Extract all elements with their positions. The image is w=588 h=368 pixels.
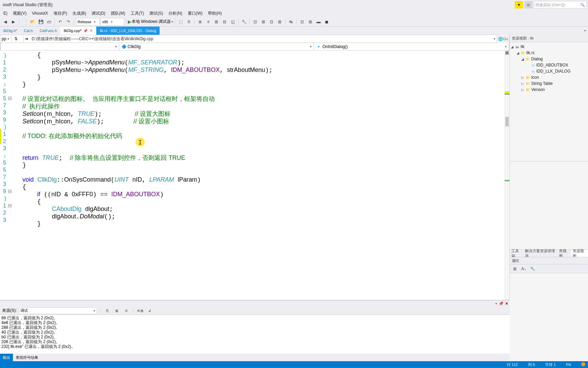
tab-catfunc-h[interactable]: CatFunc.h [36, 27, 61, 35]
status-ins: Ins [566, 362, 571, 367]
prop-az-button[interactable]: A↓ [520, 265, 527, 273]
resource-tree[interactable]: ◢🗂llk ◢📁llk.rc ◢📁Dialog ▭IDD_ABOUTBOX ▭I… [510, 42, 588, 162]
tb-icon-11[interactable]: ⊡ [268, 18, 275, 26]
tb-icon-17[interactable]: ◼ [323, 18, 330, 26]
output-source-label: 来源(S): [2, 308, 17, 313]
config-dropdown[interactable]: Release▾ [76, 18, 100, 26]
menu-team[interactable]: 团队(M) [108, 10, 128, 17]
new-file-button[interactable]: 📄 [21, 18, 28, 26]
cursor-highlight: I [135, 137, 146, 148]
menu-test[interactable]: 测试(S) [147, 10, 166, 17]
nav-class-dropdown[interactable]: 🔷 CllkDlg▾ [119, 43, 314, 50]
save-button[interactable]: 💾 [37, 18, 45, 26]
run-label[interactable]: 本地 Windows 调试器 [132, 19, 171, 25]
menu-tools[interactable]: 工具(T) [128, 10, 147, 17]
properties-body [510, 273, 588, 361]
quick-launch-input[interactable]: 快速启动 (Ctrl+Q) 🔍 [534, 1, 587, 9]
output-tab-output[interactable]: 输出 [0, 354, 13, 361]
save-all-button[interactable]: 🗃 [45, 18, 53, 26]
output-btn-2[interactable]: ≣ [113, 307, 120, 315]
tree-dialog-llk[interactable]: ▭IDD_LLK_DIALOG [510, 68, 587, 74]
nav-fwd-button[interactable]: ▶ [10, 18, 17, 26]
tabs-overflow-icon[interactable]: ▾ [582, 27, 588, 35]
tb-icon-14[interactable]: ⊡ [298, 18, 306, 26]
tree-version-folder[interactable]: ▷📁Version [510, 87, 587, 93]
menu-vassistx[interactable]: VAssistX [29, 10, 51, 17]
filepath-bar: pp▾⇅ ➜ D:\黑猫课件\黑猫编程——C和C++\游戏辅助\连连看\llk\… [0, 35, 509, 43]
app-title: osoft Visual Studio (管理员) [3, 2, 53, 8]
menu-bar: E) 视图(V) VAssistX 项目(P) 生成(B) 调试(D) 团队(M… [0, 10, 588, 17]
output-tab-findsymbol[interactable]: 查找符号结果 [13, 354, 41, 361]
undo-button[interactable]: ↶ [56, 18, 64, 26]
tree-rc[interactable]: ◢📁llk.rc [510, 50, 587, 56]
editor-tabs: llkDlg.h* Cat.h CatFunc.h llkDlg.cpp* 📌 … [0, 27, 588, 35]
nav-method-dropdown[interactable]: 🔹 OnInitDialog()▾ [314, 43, 509, 50]
filepath-input[interactable]: D:\黑猫课件\黑猫编程——C和C++\游戏辅助\连连看\llk\llk\llk… [30, 35, 492, 43]
tb-icon-15[interactable]: ⊞ [307, 18, 314, 26]
tab-cat-h[interactable]: Cat.h [20, 27, 36, 35]
tab-class-view[interactable]: 类视图 [557, 250, 571, 257]
prop-cat-button[interactable]: ⊞ [511, 265, 519, 273]
status-bar: 行 112 列 5 字符 1 Ins [0, 361, 588, 368]
prop-wrench-icon[interactable]: 🔧 [529, 265, 536, 273]
tab-llkdlg-h[interactable]: llkDlg.h* [0, 27, 20, 35]
tab-resource-view[interactable]: 资源视图 [571, 250, 588, 257]
output-dropdown-icon[interactable]: ▾ [495, 302, 497, 305]
output-source-dropdown[interactable]: 调试▾ [19, 307, 97, 314]
go-button[interactable]: 🌐Go [497, 35, 509, 43]
notification-flag-icon[interactable]: ▾ [515, 1, 523, 9]
tree-stringtable-folder[interactable]: ▷📁String Table [510, 80, 587, 87]
redo-button[interactable]: ↷ [65, 18, 72, 26]
menu-view[interactable]: 视图(V) [10, 10, 29, 17]
open-button[interactable]: 📂 [29, 18, 36, 26]
output-text[interactable]: 88 已退出，返回值为 2 (0x2)。 4e8 已退出，返回值为 2 (0x2… [0, 315, 510, 354]
nav-back-button[interactable]: ◀ [1, 18, 9, 26]
tab-llkrc-dialog[interactable]: llk.rc - IDD_LLK_DIALOG - Dialog [96, 27, 160, 35]
right-panel-tabs: 工具箱 解决方案资源管理器 类视图 资源视图 [510, 249, 588, 257]
tb-icon-1[interactable]: ⬚ [177, 18, 184, 26]
menu-debug[interactable]: 调试(D) [89, 10, 108, 17]
tree-dialog-folder[interactable]: ◢📁Dialog [510, 56, 587, 62]
tb-icon-9[interactable]: ⊡ [251, 18, 259, 26]
menu-file[interactable]: E) [1, 10, 10, 17]
tb-icon-3[interactable]: ≣ [196, 18, 204, 26]
tb-icon-8[interactable]: 🔧 [240, 18, 248, 26]
tab-llkdlg-cpp[interactable]: llkDlg.cpp* 📌 ✕ [60, 27, 96, 35]
status-orb-icon [581, 362, 585, 366]
output-btn-3[interactable]: ≡ [122, 307, 130, 315]
tb-icon-5[interactable]: ⊞ [213, 18, 220, 26]
filepath-scope-dropdown[interactable]: pp▾⇅ [0, 35, 23, 43]
tb-icon-4[interactable]: ≡ [205, 18, 212, 26]
tab-solution-explorer[interactable]: 解决方案资源管理器 [523, 250, 557, 257]
tb-icon-6[interactable]: ⊟ [221, 18, 228, 26]
tb-icon-10[interactable]: ⊞ [260, 18, 267, 26]
menu-window[interactable]: 窗口(W) [185, 10, 205, 17]
tree-dialog-aboutbox[interactable]: ▭IDD_ABOUTBOX [510, 62, 587, 68]
output-pin-icon[interactable]: 📌 [499, 301, 504, 306]
tb-icon-2[interactable]: ⎘ [185, 18, 193, 26]
close-icon[interactable]: ✕ [89, 28, 93, 33]
feedback-icon[interactable]: ☺ [524, 1, 533, 9]
output-close-icon[interactable]: ✕ [505, 301, 508, 306]
tree-root[interactable]: ◢🗂llk [510, 44, 587, 50]
menu-build[interactable]: 生成(B) [70, 10, 89, 17]
pin-icon[interactable]: 📌 [83, 29, 87, 33]
output-clear-button[interactable]: ✕≣ [136, 307, 144, 315]
menu-help[interactable]: 帮助(H) [205, 10, 225, 17]
tb-icon-13[interactable]: ↹ [287, 18, 295, 26]
quick-launch-placeholder: 快速启动 (Ctrl+Q) [536, 2, 565, 7]
output-wrap-button[interactable]: ↲ [146, 307, 153, 315]
menu-project[interactable]: 项目(P) [51, 10, 70, 17]
tb-icon-16[interactable]: ▬ [315, 18, 322, 26]
tb-icon-12[interactable]: ⊞ [276, 18, 283, 26]
nav-project-dropdown[interactable]: ▾ [0, 43, 119, 50]
properties-header: 属性 [510, 257, 588, 264]
tab-toolbox[interactable]: 工具箱 [510, 250, 523, 257]
output-btn-1[interactable]: ⎘ [103, 307, 111, 315]
tree-icon-folder[interactable]: ▷📁Icon [510, 74, 587, 80]
output-tabs: 输出 查找符号结果 [0, 354, 510, 361]
tb-icon-7[interactable]: ◱ [229, 18, 236, 26]
menu-analyze[interactable]: 分析(N) [166, 10, 185, 17]
platform-dropdown[interactable]: x86▾ [100, 18, 124, 26]
run-icon[interactable]: ▶ [128, 19, 131, 24]
